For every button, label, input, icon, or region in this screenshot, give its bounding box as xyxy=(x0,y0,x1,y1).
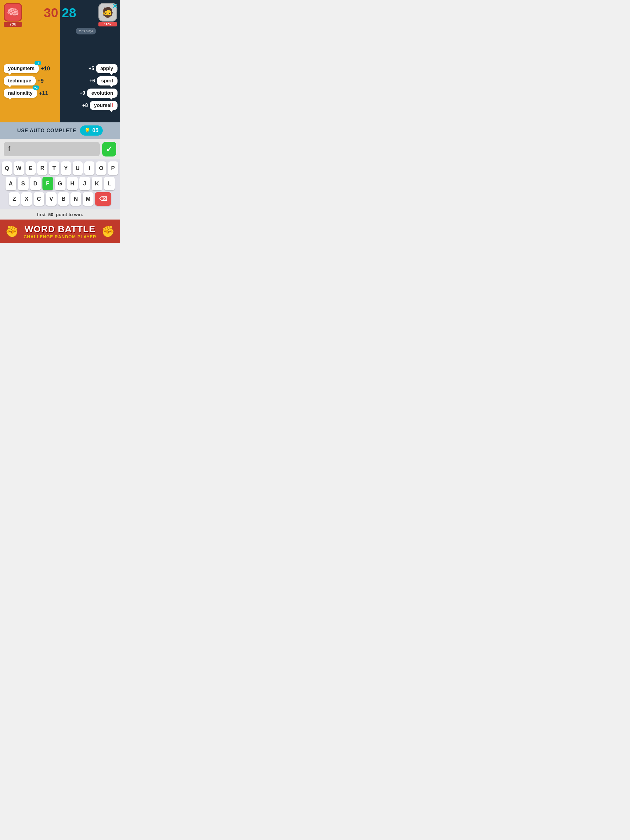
word-text: spirit xyxy=(101,78,113,83)
key-m[interactable]: M xyxy=(83,192,93,206)
words-area: youngsters +2 +10 technique +9 nationali… xyxy=(0,62,120,122)
key-d[interactable]: D xyxy=(30,177,41,190)
opponent-word-1: +5 apply xyxy=(62,64,117,73)
key-z[interactable]: Z xyxy=(9,192,20,206)
key-x[interactable]: X xyxy=(21,192,32,206)
opponent-word-4: +8 yourself xyxy=(62,101,117,110)
word-text: nationality xyxy=(8,90,33,96)
autocomplete-bar[interactable]: USE AUTO COMPLETE 💡 05 xyxy=(0,122,120,139)
key-g[interactable]: G xyxy=(55,177,65,190)
autocomplete-label: USE AUTO COMPLETE xyxy=(17,128,76,133)
fist-left-icon: ✊ xyxy=(5,225,19,238)
word-text: evolution xyxy=(91,90,113,96)
key-i[interactable]: I xyxy=(84,161,95,175)
player-avatar: 🧠 xyxy=(4,3,22,22)
keyboard-row-3: Z X C V B N M ⌫ xyxy=(2,192,118,206)
word-bubble-apply: apply xyxy=(96,64,117,73)
word-score-nationality: +11 xyxy=(39,90,48,96)
words-opponent: +5 apply +6 spirit +9 evolution +8 xyxy=(60,62,120,122)
word-score-youngsters: +10 xyxy=(41,65,50,72)
player-word-3: nationality +2 +11 xyxy=(4,88,56,98)
keyboard: Q W E R T Y U I O P A S D F G H J K L Z … xyxy=(0,159,120,209)
key-a[interactable]: A xyxy=(6,177,16,190)
opp-score-spirit: +6 xyxy=(90,78,95,84)
word-bubble-nationality: nationality +2 xyxy=(4,88,37,98)
brain-icon: 🧠 xyxy=(7,6,19,18)
win-text-before: first xyxy=(37,212,46,217)
word-bubble-yourself: yourself xyxy=(90,101,117,110)
key-f[interactable]: F xyxy=(43,177,53,190)
banner-text-container: WORD BATTLE CHALLENGE RANDOM PLAYER xyxy=(19,224,101,239)
opp-score-evolution: +9 xyxy=(80,90,85,96)
word-text: apply xyxy=(100,66,113,71)
fist-right-icon: ✊ xyxy=(101,225,115,238)
player-word-1: youngsters +2 +10 xyxy=(4,64,56,73)
key-r[interactable]: R xyxy=(37,161,47,175)
word-bubble-spirit: spirit xyxy=(97,76,117,85)
player-word-2: technique +9 xyxy=(4,76,56,85)
words-player: youngsters +2 +10 technique +9 nationali… xyxy=(0,62,60,122)
you-label: YOU xyxy=(4,22,22,27)
win-points: 50 xyxy=(48,212,54,217)
key-n[interactable]: N xyxy=(70,192,81,206)
keyboard-row-1: Q W E R T Y U I O P xyxy=(2,161,118,175)
game-container: 🧠 YOU 30 28 ✕ 🧔 JACK let's play! youngst… xyxy=(0,0,120,243)
battle-area: 🧠 YOU 30 28 ✕ 🧔 JACK let's play! xyxy=(0,0,120,62)
key-k[interactable]: K xyxy=(92,177,103,190)
input-area: ✓ xyxy=(0,139,120,159)
scores-area: 30 28 xyxy=(44,6,76,20)
score-you: 30 xyxy=(44,6,58,20)
yourself-f-letter: f xyxy=(112,103,113,108)
key-e[interactable]: E xyxy=(25,161,36,175)
badge-plus2: +2 xyxy=(35,61,41,65)
key-b[interactable]: B xyxy=(58,192,69,206)
key-u[interactable]: U xyxy=(73,161,83,175)
win-text-after: point to win. xyxy=(56,212,83,217)
delete-button[interactable]: ⌫ xyxy=(95,192,111,206)
opp-score-yourself: +8 xyxy=(82,103,88,108)
word-bubble-youngsters: youngsters +2 xyxy=(4,64,39,73)
word-battle-title: WORD BATTLE xyxy=(19,224,101,234)
key-l[interactable]: L xyxy=(104,177,115,190)
opponent-word-3: +9 evolution xyxy=(62,88,117,98)
autocomplete-button[interactable]: 💡 05 xyxy=(80,125,103,136)
word-bubble-technique: technique xyxy=(4,76,36,85)
key-t[interactable]: T xyxy=(49,161,59,175)
key-y[interactable]: Y xyxy=(61,161,71,175)
autocomplete-count: 05 xyxy=(92,127,98,134)
opponent-face-icon: 🧔 xyxy=(101,6,114,18)
key-w[interactable]: W xyxy=(14,161,24,175)
win-condition-text: first 50 point to win. xyxy=(0,209,120,219)
badge-plus2-nationality: +2 xyxy=(33,85,40,90)
word-text: youngsters xyxy=(8,66,35,71)
checkmark-icon: ✓ xyxy=(106,145,112,154)
word-input[interactable] xyxy=(4,142,100,156)
score-opponent: 28 xyxy=(62,6,76,20)
key-h[interactable]: H xyxy=(67,177,78,190)
close-button[interactable]: ✕ xyxy=(112,2,117,10)
word-text: technique xyxy=(8,78,32,83)
jack-label: JACK xyxy=(98,22,117,27)
key-v[interactable]: V xyxy=(46,192,57,206)
challenge-subtitle: CHALLENGE RANDOM PLAYER xyxy=(19,234,101,239)
word-text: yoursel xyxy=(94,103,112,108)
opp-score-apply: +5 xyxy=(89,66,94,71)
opponent-word-2: +6 spirit xyxy=(62,76,117,85)
key-o[interactable]: O xyxy=(96,161,106,175)
key-c[interactable]: C xyxy=(33,192,44,206)
key-q[interactable]: Q xyxy=(2,161,12,175)
key-p[interactable]: P xyxy=(108,161,118,175)
key-j[interactable]: J xyxy=(79,177,90,190)
opponent-message-bubble: let's play! xyxy=(76,28,96,35)
word-score-technique: +9 xyxy=(38,78,44,84)
bulb-icon: 💡 xyxy=(84,128,90,133)
bottom-banner: ✊ WORD BATTLE CHALLENGE RANDOM PLAYER ✊ xyxy=(0,219,120,243)
key-s[interactable]: S xyxy=(18,177,28,190)
submit-button[interactable]: ✓ xyxy=(102,142,116,156)
word-bubble-evolution: evolution xyxy=(87,88,117,98)
keyboard-row-2: A S D F G H J K L xyxy=(2,177,118,190)
